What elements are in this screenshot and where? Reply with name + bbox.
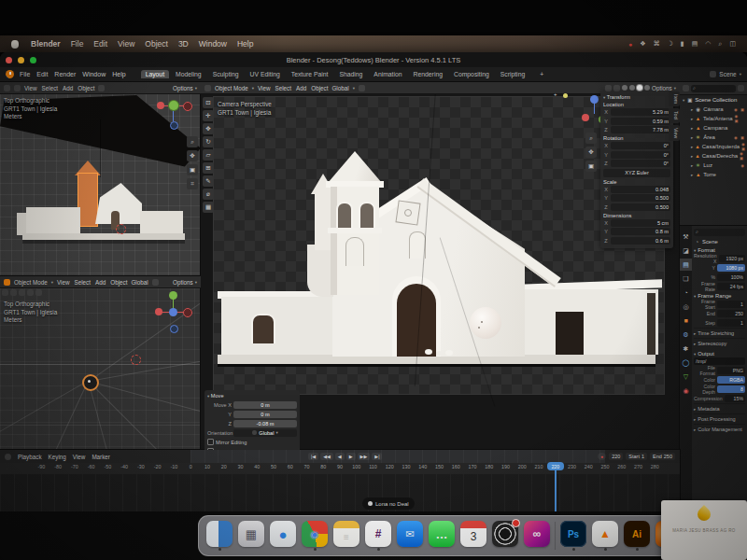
location-field[interactable]: Y0.59 m [603,118,670,125]
disclosure-icon[interactable]: ▸ [691,126,693,131]
property-field[interactable]: 250 [717,310,745,317]
z-axis-dot[interactable] [170,121,178,130]
topbar-menu[interactable]: Render [54,71,76,77]
workspace-tab[interactable]: Scripting [496,70,529,78]
location-field[interactable]: X5.29 m [603,108,670,116]
timeline-menu[interactable]: Keying [49,454,66,460]
tool-icon[interactable] [27,289,34,296]
properties-tab[interactable]: ◔ [680,287,692,299]
property-field[interactable]: 24 fps [717,283,745,290]
camera-view-icon[interactable]: ▣ [585,161,597,172]
dimension-field[interactable]: Y0.8 m [603,228,670,235]
x-axis-neg-dot[interactable] [183,308,192,317]
viewport-bottom-left[interactable]: Object Mode ▾ ViewSelectAddObject Global… [0,276,201,450]
timeline-track[interactable] [0,474,680,511]
zoom-icon[interactable]: ⌕ [187,136,198,147]
scene-collection-row[interactable]: ▾ ▣ Scene Collection [680,95,747,105]
workspace-tab[interactable]: Sculpting [208,70,244,78]
editor-type-icon[interactable] [204,85,211,91]
property-field[interactable]: 1080 px [717,264,745,272]
status-icon[interactable]: ▮ [681,40,684,48]
viewport-menu[interactable]: Select [275,85,292,91]
timeline-menu[interactable]: Marker [92,454,110,460]
orientation-dropdown[interactable]: Global [131,279,148,286]
properties-tab[interactable]: ◪ [680,245,692,257]
properties-tab[interactable]: ◉ [680,385,692,397]
z-axis-dot[interactable] [590,95,599,104]
dock-app[interactable]: ∞ [523,521,551,551]
tool-button[interactable]: ⌀ [203,189,214,200]
properties-tab[interactable]: ▤ [680,259,692,271]
zoom-icon[interactable]: ⌕ [585,133,597,144]
dock-app[interactable]: ✉ [396,521,424,551]
viewport-top-left[interactable]: ViewSelectAddObject Options▾ Top Orthogr… [0,82,201,276]
property-field[interactable]: 1 [717,319,745,327]
dock-app[interactable] [205,521,233,551]
disclosure-icon[interactable]: ▸ [691,163,693,168]
options-label[interactable]: Options [652,85,672,91]
tool-button[interactable]: ▱ [203,149,214,161]
menu-bar-item[interactable]: Blender [31,39,61,49]
workspace-tab[interactable]: UV Editing [246,70,285,78]
dock-app[interactable]: Ps [559,521,587,551]
tool-button[interactable]: ✎ [203,175,214,187]
viewport-menu[interactable]: View [57,279,70,286]
visibility-toggles[interactable]: ◉ [740,163,747,168]
workspace-tab[interactable]: Shading [334,70,367,78]
workspace-tab[interactable]: Rendering [409,70,447,78]
x-axis-dot[interactable] [155,308,162,315]
z-axis-dot[interactable] [169,308,177,316]
viewport-menu[interactable]: Add [63,85,73,91]
move-option-checkbox[interactable]: Proportional Editing [207,447,297,450]
property-field[interactable]: RGBA [717,376,745,384]
property-field[interactable]: 15% [725,395,745,402]
playhead[interactable]: 220 [555,463,557,511]
visibility-toggles[interactable]: ◉ ▣ [741,142,747,151]
dimension-field[interactable]: Z0.6 m [603,237,670,245]
disclosure-icon[interactable]: ▸ [691,173,693,177]
frame-end-field[interactable]: End250 [650,453,675,460]
dock-app[interactable]: # [364,521,392,551]
overlays-toggle-icon[interactable] [613,85,620,91]
dock-app[interactable]: ≡ [332,521,360,551]
disclosure-icon[interactable]: ▾ [683,98,684,103]
menu-bar-item[interactable]: 3D [178,39,189,49]
disclosure-icon[interactable]: ▸ [691,145,693,149]
outliner-item[interactable]: ▸▲Tela/Antena◉ ▣ [680,114,747,123]
rotation-field[interactable]: X0° [603,142,670,149]
add-workspace-button[interactable]: + [535,70,548,78]
menu-bar-item[interactable]: File [71,39,84,49]
disclosure-icon[interactable]: ▸ [691,117,693,121]
editor-type-icon[interactable] [5,454,11,460]
collapsed-section[interactable]: ▸Time Stretching [694,328,745,338]
status-icon[interactable]: ☽ [668,40,673,48]
x-axis-dot[interactable] [582,114,589,121]
tool-button[interactable]: ⊡ [203,97,214,108]
output-section-header[interactable]: ▾Output [694,351,745,357]
properties-tab[interactable]: ⚒ [680,231,692,243]
viewport-main[interactable]: Object Mode ▾ ViewSelectAddObject Global… [201,82,680,450]
z-axis-neg-dot[interactable] [170,325,178,333]
workspace-tab[interactable]: Modeling [171,70,206,78]
topbar-menu[interactable]: Help [112,71,125,77]
menu-bar-item[interactable]: Window [199,39,227,49]
tool-icon[interactable] [10,289,17,296]
outliner[interactable]: ⌕ ▾ ▣ Scene Collection ▸◉Cámara◉ ▣▸▲Tela… [680,82,747,226]
scale-field[interactable]: Z0.500 [603,203,670,211]
collapsed-section[interactable]: ▸Color Management [694,424,745,434]
visibility-toggles[interactable]: ◉ ▣ [735,114,747,123]
dock-app[interactable] [491,521,519,551]
properties-search-input[interactable]: ⌕ [694,229,745,236]
properties-tab[interactable]: ❏ [680,273,692,285]
options-dropdown[interactable]: Options▾ [173,85,197,91]
camera-view-icon[interactable]: ▣ [187,164,198,175]
rotation-field[interactable]: Y0° [603,151,670,159]
dock-app[interactable]: ● [269,521,297,551]
properties-tab[interactable]: ◯ [680,357,692,369]
tool-button[interactable]: ⊞ [203,162,214,174]
status-icon[interactable]: ● [628,41,632,48]
gizmo-toggle-icon[interactable] [605,85,612,91]
tool-button[interactable]: ✥ [203,123,214,134]
outliner-item[interactable]: ▸☀Luz◉ [680,161,747,170]
disclosure-icon[interactable]: ▸ [691,107,693,112]
